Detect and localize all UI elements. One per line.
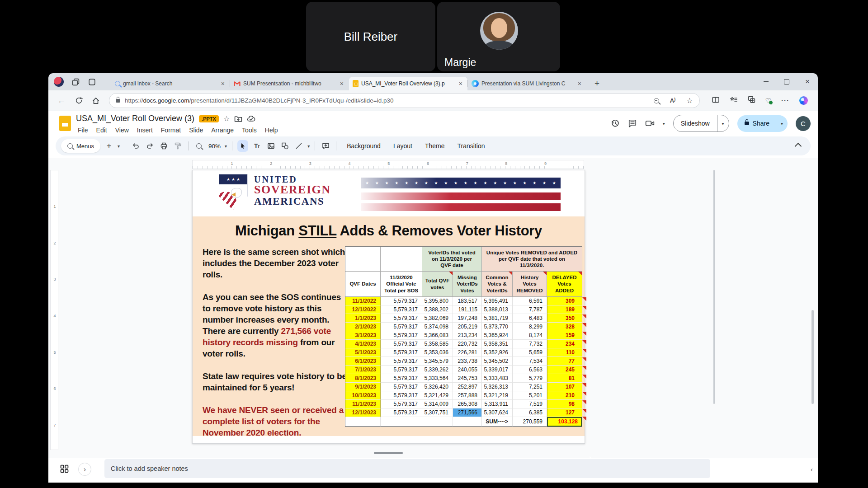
menu-edit[interactable]: Edit bbox=[93, 126, 110, 135]
version-history-icon[interactable] bbox=[611, 119, 620, 128]
table-cell: 7,519 bbox=[513, 400, 547, 408]
settings-menu-icon[interactable]: ··· bbox=[781, 97, 789, 104]
add-slide-button[interactable]: + bbox=[104, 140, 114, 152]
table-cell: 12/1/2023 bbox=[345, 408, 381, 417]
share-button[interactable]: Share ▾ bbox=[737, 115, 788, 132]
table-cell: 107 bbox=[547, 383, 582, 391]
new-tab-button[interactable]: + bbox=[592, 79, 602, 90]
meet-camera-icon[interactable] bbox=[645, 119, 655, 127]
slideshow-button[interactable]: Slideshow ▾ bbox=[673, 115, 729, 132]
menu-view[interactable]: View bbox=[112, 126, 132, 135]
maximize-button[interactable] bbox=[776, 73, 797, 90]
menu-help[interactable]: Help bbox=[262, 126, 281, 135]
browser-essentials-icon[interactable]: ♡ bbox=[765, 97, 771, 104]
insert-shape-tool[interactable] bbox=[279, 140, 290, 152]
notes-resize-handle[interactable] bbox=[374, 452, 403, 454]
workspaces-icon[interactable] bbox=[70, 76, 81, 87]
menu-arrange[interactable]: Arrange bbox=[208, 126, 237, 135]
browser-tab-3[interactable]: Presentation via SUM Livingston C× bbox=[468, 77, 586, 90]
table-cell: 5,388,013 bbox=[482, 305, 513, 314]
favorite-star-icon[interactable]: ☆ bbox=[686, 97, 693, 104]
browser-profile-icon[interactable] bbox=[54, 77, 64, 87]
menus-search-button[interactable]: Menus bbox=[61, 139, 100, 153]
move-folder-icon[interactable] bbox=[234, 115, 242, 122]
close-tab-icon[interactable]: × bbox=[339, 80, 345, 87]
home-icon[interactable] bbox=[89, 97, 103, 105]
comments-icon[interactable] bbox=[628, 119, 637, 128]
tab-title: gmail inbox - Search bbox=[123, 80, 217, 87]
read-aloud-icon[interactable]: A) bbox=[670, 97, 675, 104]
close-tab-icon[interactable]: × bbox=[576, 80, 583, 87]
menu-format[interactable]: Format bbox=[158, 126, 184, 135]
print-icon[interactable] bbox=[158, 140, 169, 152]
table-row: 11/1/20225,579,3175,395,800183,5175,395,… bbox=[345, 297, 582, 305]
table-cell: 191,115 bbox=[453, 305, 482, 314]
refresh-icon[interactable] bbox=[72, 97, 85, 104]
toolbar-background-button[interactable]: Background bbox=[341, 140, 386, 152]
table-cell: 5,373,770 bbox=[482, 323, 513, 331]
collections-icon[interactable] bbox=[748, 96, 755, 105]
add-slide-dropdown-icon[interactable]: ▾ bbox=[118, 144, 120, 149]
menu-tools[interactable]: Tools bbox=[239, 126, 260, 135]
split-screen-icon[interactable] bbox=[712, 96, 720, 105]
copilot-icon[interactable] bbox=[799, 96, 808, 105]
browser-navbar: ← https://docs.google.com/presentation/d… bbox=[48, 90, 818, 111]
toolbar-theme-button[interactable]: Theme bbox=[420, 140, 450, 152]
cloud-status-icon[interactable] bbox=[247, 115, 255, 122]
slides-logo-icon[interactable] bbox=[59, 116, 71, 131]
toolbar-transition-button[interactable]: Transition bbox=[452, 140, 491, 152]
browser-tab-0[interactable]: gmail inbox - Search× bbox=[111, 77, 230, 90]
star-document-icon[interactable]: ☆ bbox=[223, 115, 230, 122]
slideshow-dropdown-icon[interactable]: ▾ bbox=[717, 115, 729, 131]
table-cell: 5,374,098 bbox=[422, 323, 453, 331]
insert-comment-tool[interactable] bbox=[320, 140, 331, 152]
browser-tab-1[interactable]: SUM Presentsation - michbilltwo× bbox=[230, 77, 349, 90]
webex-icon bbox=[472, 80, 479, 87]
line-dropdown-icon[interactable]: ▾ bbox=[307, 144, 310, 149]
zoom-level[interactable]: 90% bbox=[208, 143, 222, 150]
undo-icon[interactable] bbox=[130, 140, 141, 152]
tab-actions-icon[interactable] bbox=[86, 76, 97, 87]
table-row: 7/1/20235,579,3175,339,262240,0555,339,0… bbox=[345, 366, 582, 374]
toolbar-layout-button[interactable]: Layout bbox=[388, 140, 418, 152]
menu-slide[interactable]: Slide bbox=[186, 126, 206, 135]
account-avatar[interactable]: C bbox=[796, 116, 811, 131]
meeting-participant-tile[interactable]: Margie bbox=[437, 2, 560, 71]
page-scrollbar[interactable] bbox=[811, 310, 814, 404]
browser-tab-2[interactable]: USA_MI_Voter Roll Overview (3).p× bbox=[349, 77, 467, 90]
collapse-toolbar-icon[interactable] bbox=[795, 142, 802, 150]
close-window-button[interactable]: × bbox=[797, 73, 818, 90]
grid-view-icon[interactable] bbox=[60, 465, 69, 475]
window-controls: × bbox=[755, 73, 818, 90]
close-tab-icon[interactable]: × bbox=[458, 80, 464, 87]
paragraph: State law requires vote history to be ma… bbox=[203, 371, 348, 393]
url-text[interactable]: https://docs.google.com/presentation/d/1… bbox=[125, 97, 648, 104]
address-bar[interactable]: https://docs.google.com/presentation/d/1… bbox=[109, 93, 700, 108]
table-cell: 5,579,317 bbox=[381, 400, 422, 408]
slide-canvas[interactable]: ★★★ UNITED SOVEREIGN AMERICANS ★★★★★★★★★… bbox=[192, 170, 585, 444]
select-tool[interactable] bbox=[237, 140, 248, 152]
next-slide-button[interactable]: › bbox=[78, 463, 91, 476]
sidebar-collapse-icon[interactable]: ‹ bbox=[811, 465, 813, 473]
share-dropdown-icon[interactable]: ▾ bbox=[776, 115, 788, 132]
paint-format-icon[interactable] bbox=[172, 140, 183, 152]
insert-image-tool[interactable] bbox=[265, 140, 276, 152]
meeting-participant-tile[interactable]: Bill Reiber bbox=[306, 2, 435, 71]
close-tab-icon[interactable]: × bbox=[220, 80, 226, 87]
text-box-tool[interactable]: Tr bbox=[251, 140, 262, 152]
menu-file[interactable]: File bbox=[75, 126, 91, 135]
favorites-list-icon[interactable] bbox=[730, 96, 738, 105]
redo-icon[interactable] bbox=[144, 140, 155, 152]
minimize-button[interactable] bbox=[755, 73, 776, 90]
zoom-icon[interactable] bbox=[193, 140, 204, 152]
back-icon[interactable]: ← bbox=[55, 96, 68, 105]
menu-insert[interactable]: Insert bbox=[134, 126, 156, 135]
camera-dropdown-icon[interactable]: ▾ bbox=[663, 121, 665, 126]
zoom-out-icon[interactable] bbox=[654, 98, 659, 103]
table-cell: 81 bbox=[547, 374, 582, 383]
document-title[interactable]: USA_MI_Voter Roll Overview (3) bbox=[76, 114, 194, 123]
zoom-dropdown-icon[interactable]: ▾ bbox=[225, 144, 227, 149]
speaker-notes-input[interactable]: Click to add speaker notes bbox=[104, 459, 710, 478]
canvas-scrollbar[interactable] bbox=[713, 170, 715, 404]
insert-line-tool[interactable] bbox=[293, 140, 304, 152]
